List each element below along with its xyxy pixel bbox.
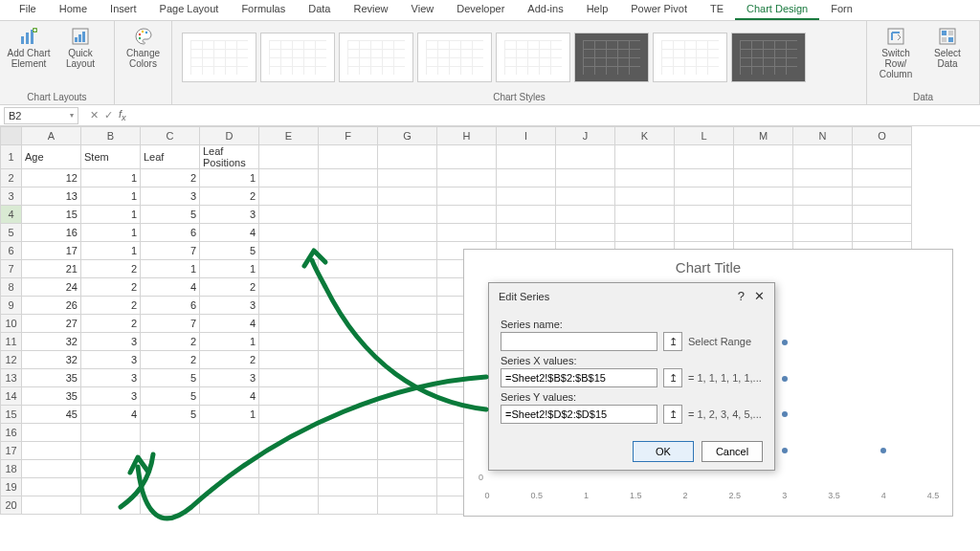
cell[interactable]	[319, 387, 378, 406]
row-header[interactable]: 17	[1, 442, 22, 460]
column-header-J[interactable]: J	[556, 127, 615, 145]
cell[interactable]: 15	[22, 206, 81, 224]
cell[interactable]	[853, 224, 912, 242]
cell[interactable]	[556, 145, 615, 169]
cell[interactable]	[734, 206, 793, 224]
name-box[interactable]: B2	[4, 107, 78, 124]
add-chart-element-button[interactable]: Add Chart Element	[6, 25, 52, 69]
cell[interactable]	[378, 206, 437, 224]
cell[interactable]	[259, 242, 319, 260]
cell[interactable]	[615, 169, 675, 187]
cell[interactable]	[378, 315, 437, 333]
cell[interactable]	[319, 424, 378, 442]
cell[interactable]: 1	[200, 333, 259, 351]
cell[interactable]: 1	[81, 206, 141, 224]
chart-style-option[interactable]	[182, 33, 256, 82]
cell[interactable]	[497, 145, 556, 169]
row-header[interactable]: 16	[1, 424, 22, 442]
cell[interactable]	[141, 496, 200, 515]
cell[interactable]: 3	[141, 187, 200, 206]
cell[interactable]	[378, 224, 437, 242]
cell[interactable]: 3	[200, 369, 259, 387]
cell[interactable]	[141, 478, 200, 496]
cell[interactable]	[259, 460, 319, 478]
ribbon-tab-te[interactable]: TE	[699, 0, 735, 20]
cell[interactable]	[319, 333, 378, 351]
cell[interactable]	[141, 442, 200, 460]
cell[interactable]: 5	[141, 387, 200, 406]
cell[interactable]: 2	[81, 260, 141, 278]
cell[interactable]	[259, 145, 319, 169]
ok-button[interactable]: OK	[633, 441, 694, 462]
cell[interactable]	[437, 206, 497, 224]
cell[interactable]: 35	[22, 369, 81, 387]
cell[interactable]	[378, 145, 437, 169]
row-header[interactable]: 6	[1, 242, 22, 260]
cell[interactable]: 4	[200, 315, 259, 333]
cell[interactable]	[319, 351, 378, 369]
chart-style-option[interactable]	[574, 33, 649, 82]
cell[interactable]: 2	[200, 278, 259, 297]
cell[interactable]: 4	[200, 224, 259, 242]
cell[interactable]: 2	[141, 169, 200, 187]
chart-style-option[interactable]	[731, 33, 806, 82]
quick-layout-button[interactable]: Quick Layout	[57, 25, 103, 69]
column-header-M[interactable]: M	[734, 127, 793, 145]
cell[interactable]: 3	[81, 369, 141, 387]
cell[interactable]	[615, 224, 675, 242]
cell[interactable]: 1	[81, 224, 141, 242]
row-header[interactable]: 10	[1, 315, 22, 333]
cell[interactable]	[497, 206, 556, 224]
cell[interactable]	[378, 424, 437, 442]
cell[interactable]	[259, 260, 319, 278]
cell[interactable]	[378, 351, 437, 369]
cell[interactable]	[615, 187, 675, 206]
cell[interactable]	[319, 169, 378, 187]
cell[interactable]	[497, 224, 556, 242]
series-y-input[interactable]	[501, 405, 657, 424]
cell[interactable]: 7	[141, 242, 200, 260]
cell[interactable]	[259, 206, 319, 224]
series-x-input[interactable]	[501, 368, 657, 387]
cell[interactable]: 2	[141, 333, 200, 351]
cell[interactable]	[319, 224, 378, 242]
cell[interactable]	[378, 442, 437, 460]
ribbon-tab-insert[interactable]: Insert	[99, 0, 148, 20]
cell[interactable]	[378, 496, 437, 515]
cell[interactable]	[675, 187, 734, 206]
cell[interactable]	[793, 224, 853, 242]
row-header[interactable]: 12	[1, 351, 22, 369]
series-name-input[interactable]	[501, 332, 657, 351]
chart-styles-gallery[interactable]	[178, 25, 860, 90]
cell[interactable]	[259, 369, 319, 387]
row-header[interactable]: 19	[1, 478, 22, 496]
cell[interactable]	[615, 145, 675, 169]
cell[interactable]	[378, 478, 437, 496]
cell[interactable]	[378, 297, 437, 315]
ribbon-tab-view[interactable]: View	[400, 0, 446, 20]
column-header-O[interactable]: O	[853, 127, 912, 145]
fx-icon[interactable]: fx	[119, 108, 126, 122]
column-header-A[interactable]: A	[22, 127, 81, 145]
chart-style-option[interactable]	[496, 33, 570, 82]
cell[interactable]	[793, 145, 853, 169]
accept-formula-icon[interactable]: ✓	[104, 109, 113, 121]
cell[interactable]: 5	[200, 242, 259, 260]
row-header[interactable]: 13	[1, 369, 22, 387]
column-header-C[interactable]: C	[141, 127, 200, 145]
cell[interactable]	[319, 406, 378, 424]
cell[interactable]	[141, 424, 200, 442]
row-header[interactable]: 9	[1, 297, 22, 315]
cell[interactable]	[200, 424, 259, 442]
row-header[interactable]: 5	[1, 224, 22, 242]
cell[interactable]: 5	[141, 369, 200, 387]
cell[interactable]: Leaf Positions	[200, 145, 259, 169]
row-header[interactable]: 15	[1, 406, 22, 424]
chart-title[interactable]: Chart Title	[464, 250, 952, 285]
cell[interactable]	[319, 278, 378, 297]
column-header-L[interactable]: L	[675, 127, 734, 145]
cell[interactable]	[319, 242, 378, 260]
cell[interactable]: Stem	[81, 145, 141, 169]
cell[interactable]	[853, 187, 912, 206]
chart-style-option[interactable]	[653, 33, 727, 82]
